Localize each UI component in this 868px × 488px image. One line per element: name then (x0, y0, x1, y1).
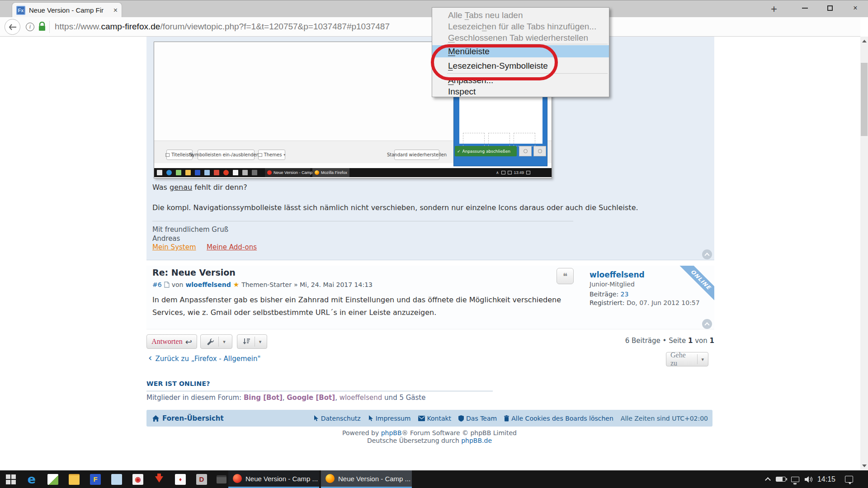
app-taskbar-icon[interactable]: F (85, 470, 106, 488)
quote-button[interactable]: ❝ (557, 268, 574, 284)
post-title[interactable]: Re: Neue Version (152, 267, 236, 277)
app-taskbar-icon[interactable]: ◉ (127, 470, 148, 488)
start-button[interactable] (0, 470, 21, 488)
app-taskbar-icon[interactable] (42, 470, 63, 488)
datenschutz-link[interactable]: Datenschutz (313, 415, 361, 422)
phpbb-de-link[interactable]: phpBB.de (461, 437, 492, 444)
window-maximize-button[interactable] (817, 0, 843, 16)
scroll-down-icon[interactable] (862, 465, 867, 467)
signature-divider (152, 221, 573, 221)
menu-item-reload-all-tabs[interactable]: Alle Tabs neu laden (432, 9, 609, 21)
app-taskbar-icon[interactable]: D (191, 470, 212, 488)
home-icon (152, 415, 159, 422)
new-tab-button[interactable]: + (766, 1, 782, 17)
post-body: In dem Anpassfenster gab es bisher ein Z… (152, 294, 581, 319)
impressum-link[interactable]: Impressum (368, 415, 411, 422)
browser-navbar: i https://www.camp-firefox.de/forum/view… (0, 17, 860, 37)
tray-expand-button[interactable] (762, 470, 773, 488)
app-taskbar-icon[interactable]: ♦ (170, 470, 191, 488)
who-is-online-heading: WER IST ONLINE? (146, 380, 210, 387)
das-team-link[interactable]: Das Team (458, 415, 497, 422)
member-link[interactable]: wloeffelsend (340, 394, 382, 402)
powered-by-line: Powered by phpBB® Forum Software © phpBB… (146, 429, 712, 436)
sort-icon (239, 335, 255, 348)
dropdown-caret-icon: ▾ (219, 335, 230, 348)
post-paragraph: Die kompl. Navigationssymbolleiste lässt… (152, 203, 638, 213)
topic-starter-star-icon: ★ (233, 281, 239, 289)
window-close-button[interactable]: × (843, 0, 868, 16)
phpbb-link[interactable]: phpBB (381, 429, 402, 436)
who-is-online-divider (146, 391, 493, 391)
https-lock-icon[interactable] (38, 22, 46, 33)
quote-icon: ❝ (563, 271, 567, 281)
profile-rank: Junior-Mitglied (590, 281, 635, 288)
scroll-up-icon[interactable] (862, 40, 867, 42)
online-ribbon: ONLINE (673, 266, 714, 307)
firefox-app-icon (326, 474, 335, 483)
chevron-up-icon (765, 477, 771, 483)
window-controls: × (792, 0, 868, 16)
profile-posts: Beiträge: 23 (590, 291, 628, 298)
reply-button[interactable]: Antworten↩ (146, 334, 197, 349)
pagination: 6 Beiträge • Seite 1 von 1 (497, 337, 714, 345)
taskbar-window-1[interactable]: Neue Version - Camp ... (228, 470, 319, 488)
tab-close-icon[interactable]: × (113, 7, 118, 14)
bot-link[interactable]: Bing [Bot] (244, 394, 283, 402)
goto-button[interactable]: Gehe zu ▾ (666, 352, 708, 366)
bot-link[interactable]: Google [Bot] (287, 394, 335, 402)
url-divider (49, 21, 50, 33)
menu-item-bookmark-all-tabs[interactable]: Lesezeichen für alle Tabs hinzufügen... (432, 21, 609, 33)
delete-cookies-link[interactable]: Alle Cookies des Boards löschen (504, 415, 613, 422)
post-page-icon (164, 282, 170, 288)
profile-username-link[interactable]: wloeffelsend (590, 270, 645, 279)
scrollbar[interactable] (860, 37, 868, 470)
url-bar[interactable]: https://www.camp-firefox.de/forum/viewto… (55, 17, 390, 36)
wrench-icon (203, 335, 218, 348)
cursor-icon (313, 415, 319, 422)
network-icon[interactable] (788, 470, 802, 488)
cursor-icon (368, 415, 373, 422)
board-index-link[interactable]: Foren-Übersicht (152, 414, 224, 422)
menu-item-undo-close-tab[interactable]: Geschlossenen Tab wiederherstellen (432, 32, 609, 44)
download-app-icon[interactable] (149, 470, 170, 488)
back-to-forum-link[interactable]: ‹ Zurück zu „Firefox - Allgemein" (148, 355, 260, 363)
tab-title: Neue Version - Camp Fir (29, 6, 107, 14)
file-explorer-icon[interactable] (64, 470, 85, 488)
chevron-up-icon (704, 253, 709, 258)
post-author-profile: wloeffelsend Junior-Mitglied Beiträge: 2… (590, 266, 714, 329)
post-number-link[interactable]: #6 (152, 281, 162, 288)
battery-icon[interactable] (774, 470, 788, 488)
action-center-icon[interactable] (840, 470, 858, 488)
back-arrow-icon (9, 24, 17, 30)
scroll-top-button[interactable] (702, 319, 712, 329)
meine-addons-link[interactable]: Meine Add-ons (207, 243, 257, 251)
signature-line: Mit freundlichem Gruß (152, 225, 228, 234)
topic-tools-button[interactable]: ▾ (200, 334, 232, 349)
taskbar-clock[interactable]: 14:15 (815, 470, 838, 488)
sort-button[interactable]: ▾ (237, 334, 267, 349)
screenshot-taskbar-window-1: Neue Version - Camp ... (265, 168, 310, 177)
mein-system-link[interactable]: Mein System (152, 243, 196, 251)
scrollbar-thumb[interactable] (861, 63, 868, 136)
maximize-icon (827, 5, 833, 11)
volume-icon[interactable] (803, 470, 816, 488)
post-count-link[interactable]: 23 (621, 291, 629, 298)
kontakt-link[interactable]: Kontakt (418, 415, 452, 422)
footer-links: Datenschutz Impressum Kontakt Das Team A… (313, 415, 708, 422)
browser-tab[interactable]: Fx Neue Version - Camp Fir × (12, 2, 122, 18)
titelleiste-button: Titelleiste (166, 150, 193, 160)
screenshot-tray: ∧13:49 (496, 168, 530, 177)
post-author-link[interactable]: wloeffelsend (185, 281, 231, 288)
back-button[interactable] (5, 19, 20, 35)
signature-line: Andreas (152, 234, 180, 243)
forum-page: Titelleiste Symbolleisten ein-/ausblende… (0, 37, 860, 470)
taskbar-window-2-active[interactable]: Neue Version - Camp ... (321, 470, 412, 488)
windows-logo-icon (6, 474, 16, 484)
edge-taskbar-icon[interactable]: e (21, 470, 42, 488)
app-taskbar-icon[interactable] (106, 470, 127, 488)
page-info-icon[interactable]: i (26, 23, 34, 31)
window-minimize-button[interactable] (792, 0, 817, 16)
url-domain: camp-firefox.de (101, 22, 160, 32)
scroll-top-button[interactable] (702, 249, 712, 259)
menu-item-inspect[interactable]: Inspect (432, 86, 609, 98)
